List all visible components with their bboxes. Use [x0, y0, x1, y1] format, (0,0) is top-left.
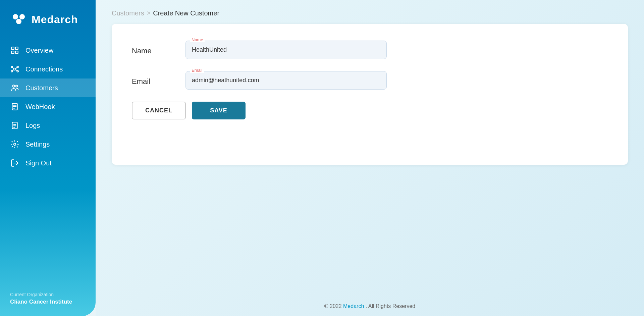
sidebar-item-label-customers: Customers	[25, 84, 58, 92]
svg-point-2	[16, 19, 21, 24]
email-label: Email	[132, 71, 172, 86]
sidebar-item-webhook[interactable]: WebHook	[0, 97, 96, 116]
email-field-label: Email	[190, 68, 204, 73]
svg-rect-5	[11, 51, 14, 54]
svg-point-25	[14, 143, 16, 146]
sidebar-nav: Overview Connections	[0, 38, 96, 284]
svg-rect-3	[11, 47, 14, 50]
brand-logo: Medarch	[0, 0, 96, 38]
footer-link[interactable]: Medarch	[343, 303, 364, 309]
sidebar-item-signout[interactable]: Sign Out	[0, 154, 96, 172]
footer-suffix: . All Rights Reserved	[366, 303, 416, 309]
sidebar-item-label-connections: Connections	[25, 65, 63, 73]
svg-line-14	[12, 70, 14, 71]
svg-point-16	[13, 85, 15, 87]
sidebar-item-customers[interactable]: Customers	[0, 78, 96, 97]
footer-text: © 2022	[324, 303, 342, 309]
svg-point-0	[13, 14, 18, 19]
org-name: Cliano Cancer Institute	[10, 299, 86, 305]
sidebar-item-label-overview: Overview	[25, 47, 53, 54]
grid-icon	[10, 46, 19, 55]
org-label: Current Organization	[10, 292, 86, 297]
main-header: Customers > Create New Customer	[96, 0, 644, 17]
main-content: Customers > Create New Customer Name Nam…	[96, 0, 644, 316]
breadcrumb-parent[interactable]: Customers	[112, 9, 144, 17]
connections-icon	[10, 64, 19, 74]
sidebar-item-settings[interactable]: Settings	[0, 135, 96, 154]
svg-rect-6	[15, 51, 18, 54]
email-input-wrapper: Email	[185, 71, 387, 90]
svg-point-17	[16, 85, 17, 87]
name-row: Name Name	[132, 41, 608, 59]
sidebar-footer: Current Organization Cliano Cancer Insti…	[0, 284, 96, 316]
svg-line-13	[16, 67, 17, 68]
form-card: Name Name Email Email CANCEL SAVE	[112, 24, 628, 165]
brand-name: Medarch	[32, 13, 78, 26]
email-row: Email Email	[132, 71, 608, 90]
name-label: Name	[132, 41, 172, 55]
webhook-icon	[10, 102, 19, 111]
page-footer: © 2022 Medarch . All Rights Reserved	[96, 297, 644, 316]
breadcrumb-current: Create New Customer	[153, 9, 219, 17]
breadcrumb-separator: >	[147, 10, 151, 17]
name-input-wrapper: Name	[185, 41, 387, 59]
sidebar-item-label-webhook: WebHook	[25, 103, 55, 111]
logs-icon	[10, 121, 19, 130]
breadcrumb: Customers > Create New Customer	[112, 9, 628, 17]
sidebar-item-label-signout: Sign Out	[25, 159, 52, 167]
settings-icon	[10, 140, 19, 149]
name-field-label: Name	[190, 37, 205, 42]
sidebar-item-label-settings: Settings	[25, 141, 50, 148]
signout-icon	[10, 158, 19, 168]
sidebar-item-connections[interactable]: Connections	[0, 60, 96, 78]
svg-line-15	[16, 70, 17, 71]
save-button[interactable]: SAVE	[192, 102, 246, 119]
sidebar-item-logs[interactable]: Logs	[0, 116, 96, 135]
cancel-button[interactable]: CANCEL	[132, 102, 186, 119]
logo-icon	[10, 11, 28, 28]
sidebar-item-label-logs: Logs	[25, 122, 40, 129]
svg-point-1	[19, 14, 25, 19]
email-input[interactable]	[185, 71, 387, 90]
form-actions: CANCEL SAVE	[132, 102, 608, 119]
svg-line-12	[12, 67, 14, 68]
name-input[interactable]	[185, 41, 387, 59]
customers-icon	[10, 83, 19, 93]
sidebar: Medarch Overview	[0, 0, 96, 316]
svg-rect-4	[15, 47, 18, 50]
sidebar-item-overview[interactable]: Overview	[0, 41, 96, 60]
